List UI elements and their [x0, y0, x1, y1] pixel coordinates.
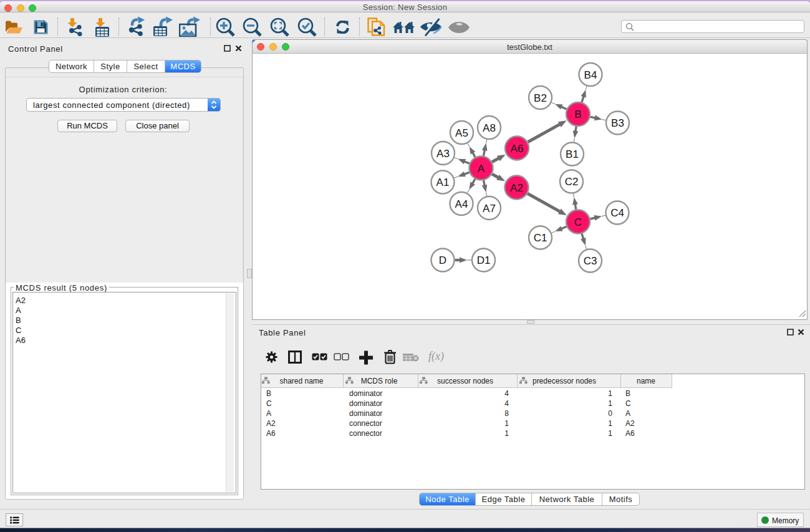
svg-text:D1: D1 — [477, 254, 491, 266]
svg-text:C3: C3 — [584, 255, 597, 267]
svg-text:A8: A8 — [483, 122, 496, 134]
svg-text:A3: A3 — [436, 148, 450, 160]
svg-text:A: A — [478, 163, 485, 175]
svg-text:B4: B4 — [584, 69, 597, 81]
svg-text:C2: C2 — [565, 176, 579, 188]
svg-text:B3: B3 — [611, 117, 624, 129]
svg-text:A7: A7 — [483, 203, 496, 215]
svg-text:A1: A1 — [436, 177, 450, 188]
svg-text:A5: A5 — [455, 127, 468, 139]
svg-text:B2: B2 — [534, 92, 547, 104]
svg-text:A6: A6 — [511, 143, 524, 155]
svg-text:B1: B1 — [566, 148, 579, 160]
svg-text:A2: A2 — [510, 182, 523, 194]
svg-text:D: D — [439, 254, 446, 266]
svg-text:C: C — [574, 216, 582, 228]
svg-text:B: B — [574, 109, 581, 120]
svg-text:C1: C1 — [534, 232, 547, 244]
svg-text:C4: C4 — [610, 207, 624, 219]
svg-text:A4: A4 — [455, 198, 468, 210]
